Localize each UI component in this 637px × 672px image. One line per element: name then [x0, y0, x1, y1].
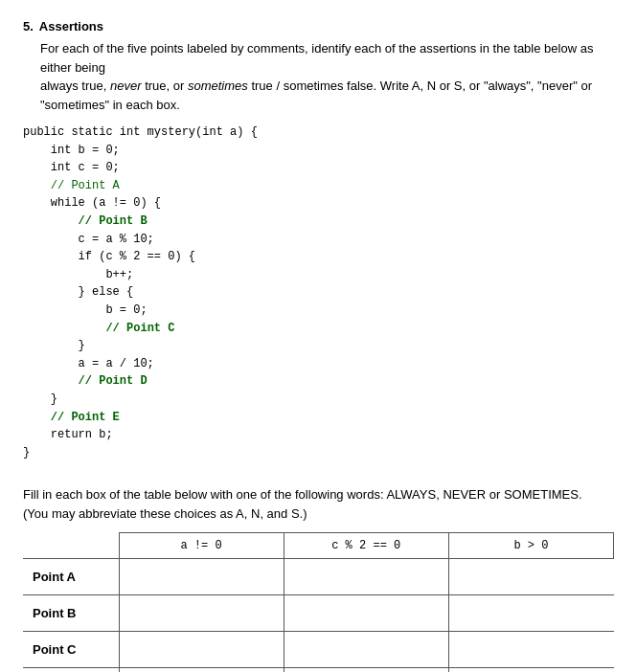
point-b-col1[interactable]	[119, 595, 284, 632]
code-line-5: // Point A	[23, 177, 614, 195]
point-a-label: Point A	[23, 559, 119, 595]
fill-instruction-text: Fill in each box of the table below with…	[23, 487, 582, 502]
point-a-col2[interactable]	[284, 559, 448, 595]
point-b-col2[interactable]	[284, 595, 448, 632]
table-row: Point A	[23, 559, 614, 595]
code-line-12: } else {	[23, 283, 614, 302]
code-line-18: // Point D	[23, 372, 614, 391]
code-line-14: // Point C	[23, 320, 614, 338]
point-b-label: Point B	[23, 595, 119, 632]
table-row: Point C	[23, 632, 614, 668]
code-line-21: // Point E	[23, 409, 614, 427]
point-c-col1[interactable]	[119, 632, 284, 668]
point-c-col2[interactable]	[284, 632, 448, 668]
question-number: 5.	[23, 19, 34, 34]
code-line-22: return b;	[23, 426, 614, 444]
code-line-17: a = a / 10;	[23, 355, 614, 373]
table-header-col3: b > 0	[448, 533, 613, 559]
table-row: Point B	[23, 595, 614, 632]
point-a-col3[interactable]	[448, 559, 613, 595]
question-body: For each of the five points labeled by c…	[40, 39, 614, 114]
code-line-23: }	[23, 444, 614, 462]
table-row: Point D	[23, 668, 614, 672]
point-c-label: Point C	[23, 632, 119, 668]
code-line-8: c = a % 10;	[23, 231, 614, 249]
code-line-3: int c = 0;	[23, 159, 614, 177]
question-title: Assertions	[39, 19, 103, 34]
code-line-15: }	[23, 337, 614, 355]
description2-text: always true, never true, or sometimes tr…	[40, 78, 592, 112]
code-line-11: b++;	[23, 266, 614, 284]
fill-instruction-text2: (You may abbreviate these choices as A, …	[23, 506, 307, 521]
point-d-col3[interactable]	[448, 668, 613, 672]
point-b-col3[interactable]	[448, 595, 613, 632]
code-line-6: while (a != 0) {	[23, 194, 614, 213]
code-line-13: b = 0;	[23, 302, 614, 320]
point-d-label: Point D	[23, 668, 119, 672]
point-d-col2[interactable]	[284, 668, 448, 672]
code-line-2: int b = 0;	[23, 142, 614, 160]
point-a-col1[interactable]	[119, 559, 284, 595]
assertions-table: a != 0 c % 2 == 0 b > 0 Point A Point B …	[23, 532, 614, 672]
table-header-col2: c % 2 == 0	[284, 533, 448, 559]
point-d-col1[interactable]	[119, 668, 284, 672]
fill-instruction: Fill in each box of the table below with…	[23, 485, 614, 523]
table-header-empty	[23, 533, 119, 559]
table-header-col1: a != 0	[119, 533, 284, 559]
point-c-col3[interactable]	[448, 632, 613, 668]
code-line-7: // Point B	[23, 213, 614, 231]
code-line-10: if (c % 2 == 0) {	[23, 248, 614, 266]
code-line-1: public static int mystery(int a) {	[23, 123, 614, 142]
description-text: For each of the five points labeled by c…	[40, 41, 593, 75]
code-block: public static int mystery(int a) { int b…	[23, 123, 614, 461]
code-line-19: }	[23, 391, 614, 409]
